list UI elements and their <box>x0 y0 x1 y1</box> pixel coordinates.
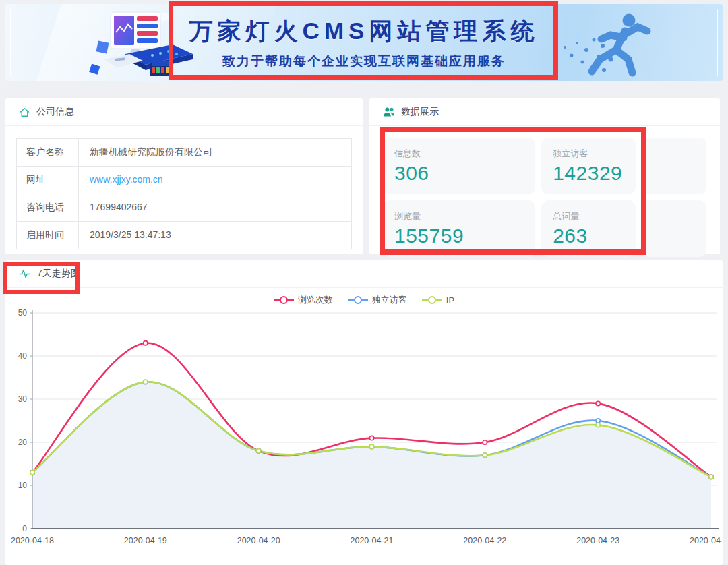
legend-label: 独立访客 <box>372 294 407 306</box>
company-website-link[interactable]: www.xjjxy.com.cn <box>79 167 351 194</box>
stat-value: 306 <box>394 162 535 185</box>
data-point-浏览次数 <box>369 436 373 440</box>
stat-value: 263 <box>553 225 636 247</box>
data-point-IP <box>596 423 600 427</box>
company-row-value: 17699402667 <box>79 194 351 221</box>
company-info-panel: 公司信息 客户名称新疆机械研究院股份有限公司网址www.xjjxy.com.cn… <box>5 98 363 254</box>
pulse-icon <box>19 268 31 279</box>
stat-card: 总词量263 <box>541 200 636 257</box>
data-point-浏览次数 <box>144 341 148 345</box>
stat-card: 浏览量155759 <box>383 200 535 257</box>
trend-panel: 7天走势图 浏览次数独立访客IP 010203040502020-04-1820… <box>5 260 723 565</box>
x-axis-tick-label: 2020-04-22 <box>463 536 506 545</box>
legend-marker-icon <box>348 295 368 305</box>
x-axis-tick-label: 2020-04-23 <box>576 536 619 545</box>
stat-card: 独立访客142329 <box>541 138 636 194</box>
trend-title: 7天走势图 <box>37 268 80 280</box>
legend-item-IP[interactable]: IP <box>422 294 454 306</box>
company-info-row: 网址www.xjjxy.com.cn <box>17 166 351 194</box>
legend-item-浏览次数[interactable]: 浏览次数 <box>274 294 333 306</box>
y-axis-tick-label: 20 <box>18 438 28 447</box>
banner-title: 万家灯火CMS网站管理系统 <box>189 16 539 47</box>
banner-text-block: 万家灯火CMS网站管理系统 致力于帮助每个企业实现互联网基础应用服务 <box>187 4 541 81</box>
stat-label <box>653 148 706 158</box>
users-icon <box>383 107 395 117</box>
data-point-IP <box>256 449 260 453</box>
company-row-label: 网址 <box>17 167 79 194</box>
y-axis-tick-label: 30 <box>18 394 28 404</box>
banner: 万家灯火CMS网站管理系统 致力于帮助每个企业实现互联网基础应用服务 <box>5 4 723 81</box>
y-axis-tick-label: 0 <box>22 524 27 533</box>
company-info-row: 启用时间2019/3/25 13:47:13 <box>17 221 351 249</box>
stat-label <box>653 210 706 221</box>
legend-label: 浏览次数 <box>298 294 333 306</box>
data-point-浏览次数 <box>596 401 600 405</box>
stat-label: 信息数 <box>394 148 535 158</box>
data-point-IP <box>483 453 487 457</box>
data-point-IP <box>30 471 34 475</box>
banner-computer-illustration-icon <box>85 7 193 81</box>
legend-label: IP <box>446 295 454 305</box>
company-row-value: 2019/3/25 13:47:13 <box>79 222 351 249</box>
home-icon <box>19 107 30 118</box>
data-display-title: 数据展示 <box>401 106 439 118</box>
stat-value: 142329 <box>553 162 636 185</box>
data-display-panel: 数据展示 信息数306独立访客142329浏览量155759总词量263 <box>369 98 720 254</box>
banner-runner-illustration-icon <box>557 8 685 81</box>
y-axis-tick-label: 10 <box>18 481 28 490</box>
x-axis-tick-label: 2020-04-18 <box>11 536 54 545</box>
company-row-label: 客户名称 <box>17 139 79 166</box>
legend-marker-icon <box>274 295 294 305</box>
stat-value: 155759 <box>394 225 535 247</box>
trend-header: 7天走势图 <box>5 260 723 288</box>
x-axis-tick-label: 2020-04-24 <box>690 536 723 545</box>
stat-card-empty <box>642 138 706 194</box>
banner-subtitle: 致力于帮助每个企业实现互联网基础应用服务 <box>222 53 506 70</box>
data-point-独立访客 <box>596 419 600 423</box>
trend-chart-canvas[interactable]: 010203040502020-04-182020-04-192020-04-2… <box>5 307 723 565</box>
data-point-IP <box>369 444 373 448</box>
stat-label: 独立访客 <box>553 148 636 158</box>
data-point-浏览次数 <box>483 440 487 444</box>
x-axis-tick-label: 2020-04-19 <box>124 536 167 545</box>
chart-legend: 浏览次数独立访客IP <box>5 294 723 306</box>
stat-card-empty <box>642 200 706 257</box>
stat-label: 总词量 <box>553 210 636 221</box>
stat-label: 浏览量 <box>394 210 535 221</box>
company-info-row: 咨询电话17699402667 <box>17 194 351 221</box>
company-row-value: 新疆机械研究院股份有限公司 <box>79 139 351 166</box>
company-row-label: 咨询电话 <box>17 194 79 221</box>
company-info-table: 客户名称新疆机械研究院股份有限公司网址www.xjjxy.com.cn咨询电话1… <box>16 138 352 249</box>
y-axis-tick-label: 50 <box>18 308 28 318</box>
legend-item-独立访客[interactable]: 独立访客 <box>348 294 407 306</box>
company-info-header: 公司信息 <box>5 98 363 126</box>
stat-card: 信息数306 <box>383 138 535 194</box>
legend-marker-icon <box>422 295 442 305</box>
stats-grid: 信息数306独立访客142329浏览量155759总词量263 <box>369 126 720 257</box>
data-point-IP <box>709 475 713 479</box>
data-display-header: 数据展示 <box>369 98 720 126</box>
area-fill-IP <box>32 382 711 529</box>
company-info-title: 公司信息 <box>36 106 74 118</box>
x-axis-tick-label: 2020-04-21 <box>351 536 394 545</box>
company-row-label: 启用时间 <box>17 222 79 249</box>
dashboard-page: 万家灯火CMS网站管理系统 致力于帮助每个企业实现互联网基础应用服务 <box>0 0 728 565</box>
company-info-row: 客户名称新疆机械研究院股份有限公司 <box>17 139 351 166</box>
y-axis-tick-label: 40 <box>18 351 28 361</box>
x-axis-tick-label: 2020-04-20 <box>237 536 280 545</box>
data-point-IP <box>144 380 148 384</box>
